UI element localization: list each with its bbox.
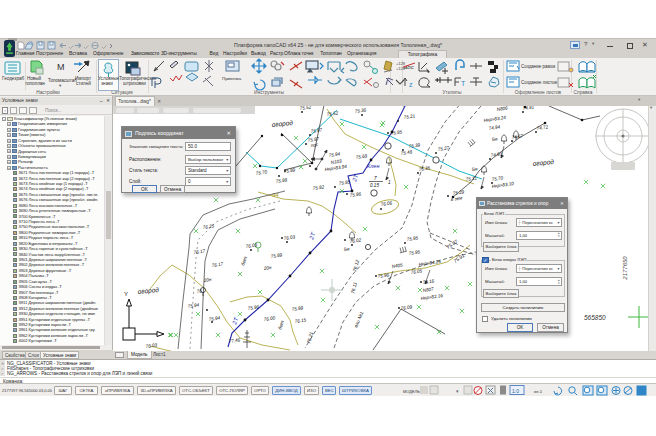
svg-text:75.52: 75.52 <box>299 106 312 111</box>
svg-text:75.36: 75.36 <box>354 107 367 114</box>
svg-text:76.15: 76.15 <box>294 317 307 324</box>
svg-text:1: 1 <box>388 180 391 185</box>
svg-text:76.00: 76.00 <box>263 315 276 322</box>
svg-text:75.96: 75.96 <box>247 304 260 311</box>
svg-text:75.52: 75.52 <box>326 110 339 117</box>
svg-text:5м: 5м <box>491 136 498 142</box>
svg-text:бет: бет <box>277 320 285 330</box>
svg-text:1:0: 1:0 <box>512 388 519 394</box>
svg-text:76.03: 76.03 <box>145 342 158 349</box>
svg-text:стилей: стилей <box>76 80 91 86</box>
svg-text:75.68: 75.68 <box>355 153 368 160</box>
svg-text:Создание рамок: Создание рамок <box>521 64 555 69</box>
svg-text:огород: огород <box>137 286 159 296</box>
svg-text:76.02: 76.02 <box>349 237 362 244</box>
svg-text:▾: ▾ <box>456 388 459 394</box>
svg-text:Геодезраб: Геодезраб <box>2 76 25 81</box>
svg-text:76.17: 76.17 <box>193 248 206 255</box>
svg-text:Y: Y <box>124 291 128 297</box>
svg-text:74.94: 74.94 <box>488 124 501 131</box>
svg-text:в зем: в зем <box>450 195 463 202</box>
svg-text:N807: N807 <box>422 286 434 293</box>
svg-text:5м: 5м <box>471 166 478 172</box>
svg-text:Создание листов: Создание листов <box>521 80 557 85</box>
svg-text:75.97: 75.97 <box>310 127 323 134</box>
svg-text:N806: N806 <box>496 106 508 112</box>
svg-text:76.21: 76.21 <box>306 331 314 344</box>
svg-text:76.17: 76.17 <box>211 261 224 268</box>
svg-text:Нкр=83.24: Нкр=83.24 <box>483 115 506 123</box>
svg-text:75.88: 75.88 <box>275 177 288 184</box>
svg-text:75.99: 75.99 <box>291 305 304 312</box>
svg-text:76.09: 76.09 <box>400 304 413 311</box>
svg-text:2T: 2T <box>308 230 317 241</box>
svg-text:вп.1: вп.1 <box>534 389 543 394</box>
svg-text:0.15: 0.15 <box>370 183 379 188</box>
svg-text:76.06: 76.06 <box>380 200 393 207</box>
svg-text:топоплан: топоплан <box>25 81 45 86</box>
svg-text:74.67: 74.67 <box>511 133 524 140</box>
svg-text:20н: 20н <box>202 277 212 283</box>
svg-text:2177650: 2177650 <box>622 256 628 281</box>
svg-text:75.21: 75.21 <box>403 113 416 120</box>
svg-text:5м: 5м <box>343 246 350 252</box>
svg-text:76.16: 76.16 <box>422 278 435 285</box>
svg-text:76.03: 76.03 <box>245 242 258 249</box>
svg-text:75.35: 75.35 <box>418 165 431 172</box>
svg-text:M: M <box>57 62 65 72</box>
svg-text:T: T <box>461 80 466 87</box>
svg-text:Привязка: Привязка <box>222 76 242 81</box>
svg-text:76.03: 76.03 <box>283 234 296 241</box>
svg-text:N405: N405 <box>391 262 403 269</box>
svg-text:▾: ▾ <box>59 83 62 88</box>
svg-text:75.70: 75.70 <box>255 169 268 176</box>
svg-text:75.70: 75.70 <box>491 175 504 182</box>
svg-text:75.85: 75.85 <box>338 179 351 186</box>
svg-text:74.81: 74.81 <box>522 106 535 111</box>
svg-text:75.95: 75.95 <box>406 235 419 242</box>
svg-text:77.46: 77.46 <box>228 337 241 344</box>
svg-text:75.85: 75.85 <box>390 129 403 136</box>
svg-text:Нкр=83.94: Нкр=83.94 <box>324 164 347 172</box>
svg-text:76.11: 76.11 <box>350 281 358 294</box>
svg-text:75.89: 75.89 <box>270 252 283 259</box>
svg-text:75.96: 75.96 <box>349 191 362 198</box>
svg-text:Нкр=83.10: Нкр=83.10 <box>491 181 514 189</box>
svg-text:бет: бет <box>240 256 248 266</box>
svg-text:огород: огород <box>532 158 554 168</box>
svg-text:пос: пос <box>310 142 319 148</box>
svg-text:75.94: 75.94 <box>328 151 341 158</box>
svg-text:76.12: 76.12 <box>352 259 360 272</box>
svg-text:ели №1: ели №1 <box>353 310 364 328</box>
svg-text:76.25: 76.25 <box>202 223 215 230</box>
svg-text:7: 7 <box>374 176 377 181</box>
svg-text:Нкр=84.25: Нкр=84.25 <box>418 259 441 267</box>
svg-text:знаки: знаки <box>101 81 113 86</box>
svg-text:штриховки: штриховки <box>123 81 146 86</box>
svg-text:75.96: 75.96 <box>377 272 390 279</box>
svg-text:20н: 20н <box>262 265 272 271</box>
svg-text:Нкр=82.16: Нкр=82.16 <box>420 293 443 301</box>
svg-text:Клен: Клен <box>367 163 379 169</box>
svg-text:76.05: 76.05 <box>410 268 423 275</box>
svg-text:76: 76 <box>196 288 202 294</box>
svg-text:75.95: 75.95 <box>408 249 421 256</box>
svg-text:z: z <box>409 81 413 88</box>
svg-text:565850: 565850 <box>584 314 606 321</box>
svg-text:75.94: 75.94 <box>208 315 221 322</box>
svg-text:75.94: 75.94 <box>187 302 200 309</box>
svg-text:75.82: 75.82 <box>312 184 325 191</box>
svg-text:огород: огород <box>271 119 293 129</box>
svg-text:75.11: 75.11 <box>465 175 477 182</box>
svg-text:74.72: 74.72 <box>536 124 549 131</box>
svg-text:Топомасштаб: Топомасштаб <box>48 78 77 83</box>
svg-text:2T: 2T <box>231 315 240 326</box>
svg-text:75.39: 75.39 <box>408 142 421 149</box>
